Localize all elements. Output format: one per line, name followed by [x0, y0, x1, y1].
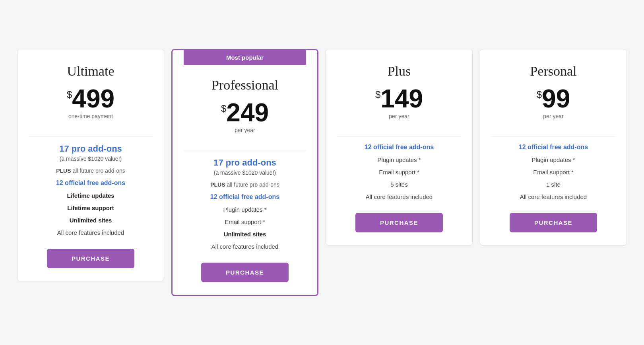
feature-blue-0: 12 official free add-ons: [337, 144, 461, 151]
plan-card-personal: Personal $ 99 per year12 official free a…: [480, 49, 627, 246]
price-block-professional: $ 249: [221, 100, 269, 125]
purchase-button-plus[interactable]: PURCHASE: [355, 213, 443, 232]
price-block-ultimate: $ 499: [67, 86, 114, 111]
price-block-personal: $ 99: [537, 86, 570, 111]
feature-normal-2: Email support *: [337, 169, 461, 175]
purchase-button-professional[interactable]: PURCHASE: [201, 263, 289, 282]
feature-pro-sub: (a massive $1020 value!): [29, 156, 153, 162]
divider-plus: [337, 136, 461, 136]
purchase-button-ultimate[interactable]: PURCHASE: [47, 249, 134, 268]
divider-ultimate: [29, 136, 153, 136]
feature-pro-title: 17 pro add-ons: [29, 144, 153, 154]
price-period-professional: per year: [235, 127, 255, 133]
feature-normal-3: 5 sites: [337, 181, 461, 188]
price-amount-ultimate: 499: [72, 86, 114, 111]
feature-normal-3: 1 site: [491, 181, 615, 188]
price-amount-plus: 149: [380, 86, 423, 111]
price-dollar-ultimate: $: [67, 89, 72, 100]
plan-card-ultimate: Ultimate $ 499 one-time payment 17 pro a…: [17, 49, 164, 281]
price-period-plus: per year: [389, 113, 409, 119]
feature-bold-6: Unlimited sites: [29, 217, 153, 224]
feature-list-plus: 12 official free add-onsPlugin updates *…: [337, 144, 461, 200]
feature-blue-3: 12 official free add-ons: [184, 193, 306, 201]
feature-pro-sub: (a massive $1020 value!): [184, 170, 306, 176]
feature-list-personal: 12 official free add-onsPlugin updates *…: [491, 144, 615, 200]
feature-blue-3: 12 official free add-ons: [29, 179, 153, 187]
price-amount-professional: 249: [226, 100, 269, 125]
feature-bold-4: Lifetime updates: [29, 192, 153, 199]
feature-normal-4: All core features included: [337, 193, 461, 200]
feature-normal-5: Email support *: [184, 218, 306, 225]
pricing-container: Ultimate $ 499 one-time payment 17 pro a…: [12, 49, 632, 296]
feature-normal-4: Plugin updates *: [184, 206, 306, 213]
divider-personal: [491, 136, 615, 136]
feature-normal-2: Email support *: [491, 169, 615, 175]
feature-normal-7: All core features included: [184, 243, 306, 250]
price-amount-personal: 99: [542, 86, 570, 111]
plan-name-plus: Plus: [388, 64, 411, 79]
feature-normal-7: All core features included: [29, 229, 153, 236]
price-dollar-personal: $: [537, 89, 542, 100]
feature-normal-1: Plugin updates *: [337, 156, 461, 163]
price-dollar-plus: $: [375, 89, 380, 100]
price-dollar-professional: $: [221, 103, 226, 114]
price-period-ultimate: one-time payment: [68, 113, 113, 119]
feature-bold-6: Unlimited sites: [184, 231, 306, 238]
feature-pro-title: 17 pro add-ons: [184, 158, 306, 168]
price-block-plus: $ 149: [375, 86, 423, 111]
price-period-personal: per year: [543, 113, 563, 119]
feature-blue-0: 12 official free add-ons: [491, 144, 615, 151]
feature-plus-line: PLUS all future pro add-ons: [184, 181, 306, 188]
feature-normal-1: Plugin updates *: [491, 156, 615, 163]
plan-card-plus: Plus $ 149 per year12 official free add-…: [326, 49, 473, 246]
divider-professional: [184, 150, 306, 150]
plan-name-professional: Professional: [211, 78, 278, 93]
feature-list-ultimate: 17 pro add-ons (a massive $1020 value!)P…: [29, 144, 153, 236]
feature-bold-5: Lifetime support: [29, 205, 153, 211]
plan-card-professional: Most popularProfessional $ 249 per year …: [171, 49, 318, 296]
feature-list-professional: 17 pro add-ons (a massive $1020 value!)P…: [184, 158, 306, 250]
plan-name-ultimate: Ultimate: [67, 64, 114, 79]
purchase-button-personal[interactable]: PURCHASE: [510, 213, 597, 232]
feature-plus-line: PLUS all future pro add-ons: [29, 168, 153, 174]
plan-name-personal: Personal: [530, 64, 576, 79]
most-popular-banner: Most popular: [184, 50, 306, 65]
feature-normal-4: All core features included: [491, 193, 615, 200]
